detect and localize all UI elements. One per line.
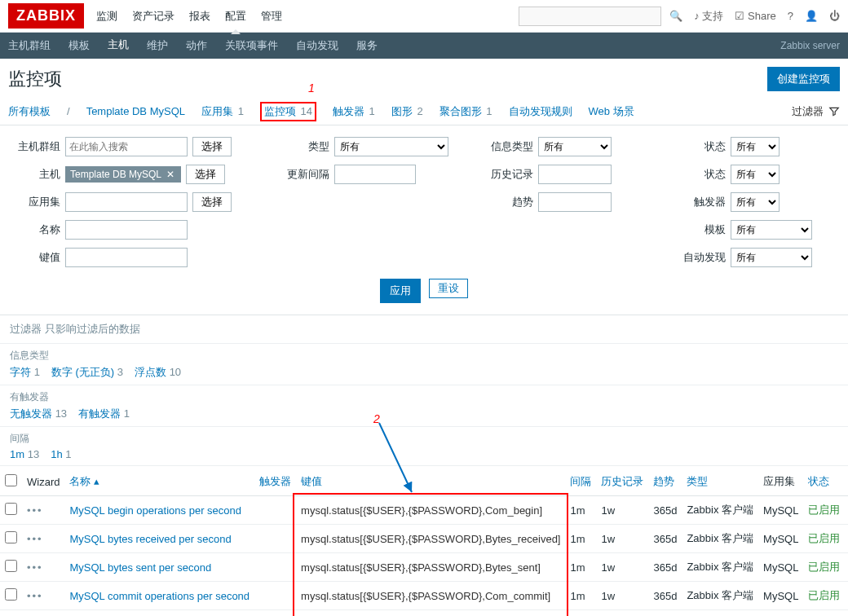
share-link[interactable]: ☑ Share bbox=[735, 10, 775, 22]
subnav-actions[interactable]: 动作 bbox=[186, 32, 207, 59]
tab-graphs[interactable]: 图形 2 bbox=[391, 104, 423, 119]
global-search-input[interactable] bbox=[519, 7, 661, 26]
item-name-link[interactable]: MySQL commit operations per second bbox=[69, 590, 250, 602]
status-link[interactable]: 已启用 bbox=[808, 504, 840, 516]
sf-1m[interactable]: 1m bbox=[10, 448, 24, 460]
logo[interactable]: ZABBIX bbox=[8, 3, 84, 29]
interval-input[interactable] bbox=[334, 165, 416, 184]
subnav-hostgroups[interactable]: 主机群组 bbox=[8, 32, 51, 59]
apply-button[interactable]: 应用 bbox=[380, 279, 421, 303]
select-all-checkbox[interactable] bbox=[5, 474, 17, 486]
key-input[interactable] bbox=[65, 248, 188, 267]
support-label: 支持 bbox=[702, 10, 723, 22]
nav-admin[interactable]: 管理 bbox=[261, 0, 282, 33]
col-triggers[interactable]: 触发器 bbox=[254, 468, 296, 496]
tab-web[interactable]: Web 场景 bbox=[589, 104, 634, 119]
status-select[interactable]: 所有 bbox=[731, 165, 780, 184]
subnav-services[interactable]: 服务 bbox=[356, 32, 378, 59]
items-table: Wizard 名称 ▴ 触发器 键值 间隔 历史记录 趋势 类型 应用集 状态 … bbox=[0, 468, 848, 616]
filter-toggle[interactable]: 过滤器 bbox=[792, 104, 840, 119]
appset-select-button[interactable]: 选择 bbox=[192, 192, 232, 212]
subnav-maint[interactable]: 维护 bbox=[147, 32, 168, 59]
nav-monitor[interactable]: 监测 bbox=[96, 0, 117, 33]
item-name-link[interactable]: MySQL bytes sent per second bbox=[69, 561, 211, 574]
nav-reports[interactable]: 报表 bbox=[189, 0, 210, 33]
annotation-2: 2 bbox=[373, 412, 380, 425]
status-link[interactable]: 已启用 bbox=[808, 561, 840, 573]
row-checkbox[interactable] bbox=[5, 503, 17, 515]
row-checkbox[interactable] bbox=[5, 588, 17, 601]
sf-notrig[interactable]: 无触发器 bbox=[10, 407, 52, 420]
sf-hastrig[interactable]: 有触发器 bbox=[78, 407, 121, 420]
nav-inventory[interactable]: 资产记录 bbox=[132, 0, 174, 33]
close-icon[interactable]: ✕ bbox=[166, 169, 174, 180]
support-link[interactable]: ♪ 支持 bbox=[694, 9, 723, 24]
lbl-template: 模板 bbox=[675, 222, 726, 237]
subnav-templates[interactable]: 模板 bbox=[68, 32, 90, 59]
host-select-button[interactable]: 选择 bbox=[186, 165, 225, 184]
trend-input[interactable] bbox=[538, 192, 612, 212]
hostgroup-input[interactable] bbox=[65, 137, 188, 156]
item-name-link[interactable]: MySQL begin operations per second bbox=[69, 504, 241, 517]
discovery-select[interactable]: 所有 bbox=[731, 248, 812, 267]
lbl-infotype: 信息类型 bbox=[483, 139, 533, 154]
row-checkbox[interactable] bbox=[5, 531, 17, 543]
user-icon[interactable]: 👤 bbox=[805, 10, 818, 22]
state-select[interactable]: 所有 bbox=[731, 137, 780, 156]
tab-triggers[interactable]: 触发器 1 bbox=[333, 104, 375, 119]
name-input[interactable] bbox=[65, 220, 188, 240]
subnav-hosts[interactable]: 主机 bbox=[108, 31, 129, 61]
tab-discovery[interactable]: 自动发现规则 bbox=[509, 104, 572, 119]
status-link[interactable]: 已启用 bbox=[808, 532, 840, 544]
power-icon[interactable]: ⏻ bbox=[829, 10, 840, 22]
wizard-icon[interactable]: ••• bbox=[27, 590, 43, 602]
page-title: 监控项 bbox=[8, 67, 767, 91]
history-input[interactable] bbox=[538, 165, 612, 184]
table-row: •••MySQL delete operations per secondmys… bbox=[0, 610, 848, 617]
subnav-correlate[interactable]: 关联项事件 bbox=[225, 32, 278, 59]
sf-float[interactable]: 浮点数 bbox=[135, 366, 166, 378]
col-type[interactable]: 类型 bbox=[682, 468, 758, 496]
lbl-type: 类型 bbox=[279, 139, 329, 154]
col-trend[interactable]: 趋势 bbox=[648, 468, 682, 496]
lbl-discovery: 自动发现 bbox=[675, 250, 726, 265]
sf-char[interactable]: 字符 bbox=[10, 366, 31, 378]
col-appset: 应用集 bbox=[758, 468, 803, 496]
sf-1h[interactable]: 1h bbox=[51, 448, 62, 460]
col-status[interactable]: 状态 bbox=[803, 468, 845, 496]
server-name: Zabbix server bbox=[780, 40, 840, 51]
tab-screens[interactable]: 聚合图形 1 bbox=[439, 104, 492, 119]
sf-uint[interactable]: 数字 (无正负) bbox=[51, 366, 114, 378]
create-item-button[interactable]: 创建监控项 bbox=[767, 67, 840, 91]
col-name[interactable]: 名称 ▴ bbox=[64, 468, 254, 496]
host-tag[interactable]: Template DB MySQL✕ bbox=[65, 166, 181, 183]
nav-config[interactable]: 配置 bbox=[225, 0, 246, 33]
tab-items[interactable]: 监控项 14 bbox=[260, 102, 316, 121]
infotype-select[interactable]: 所有 bbox=[538, 137, 612, 156]
appset-input[interactable] bbox=[65, 192, 188, 212]
type-select[interactable]: 所有 bbox=[334, 137, 448, 156]
reset-button[interactable]: 重设 bbox=[429, 279, 468, 298]
wizard-icon[interactable]: ••• bbox=[27, 533, 43, 545]
crumb-all[interactable]: 所有模板 bbox=[8, 104, 51, 119]
item-name-link[interactable]: MySQL bytes received per second bbox=[69, 533, 231, 545]
lbl-key: 键值 bbox=[10, 250, 60, 265]
col-info: 信息 bbox=[845, 468, 848, 496]
wizard-icon[interactable]: ••• bbox=[27, 504, 43, 517]
crumb-template[interactable]: Template DB MySQL bbox=[86, 105, 185, 117]
col-interval[interactable]: 间隔 bbox=[565, 468, 596, 496]
triggers-select[interactable]: 所有 bbox=[731, 192, 780, 212]
col-key[interactable]: 键值 bbox=[296, 468, 565, 496]
subnav-discovery[interactable]: 自动发现 bbox=[296, 32, 338, 59]
wizard-icon[interactable]: ••• bbox=[27, 561, 43, 574]
row-checkbox[interactable] bbox=[5, 560, 17, 572]
tab-appset[interactable]: 应用集 1 bbox=[201, 104, 244, 119]
lbl-history: 历史记录 bbox=[483, 167, 533, 182]
search-icon[interactable]: 🔍 bbox=[669, 10, 682, 22]
status-link[interactable]: 已启用 bbox=[808, 589, 840, 601]
col-history[interactable]: 历史记录 bbox=[596, 468, 648, 496]
help-icon[interactable]: ? bbox=[788, 10, 793, 22]
hostgroup-select-button[interactable]: 选择 bbox=[192, 137, 232, 156]
lbl-interval: 更新间隔 bbox=[279, 167, 329, 182]
template-select[interactable]: 所有 bbox=[731, 220, 812, 240]
